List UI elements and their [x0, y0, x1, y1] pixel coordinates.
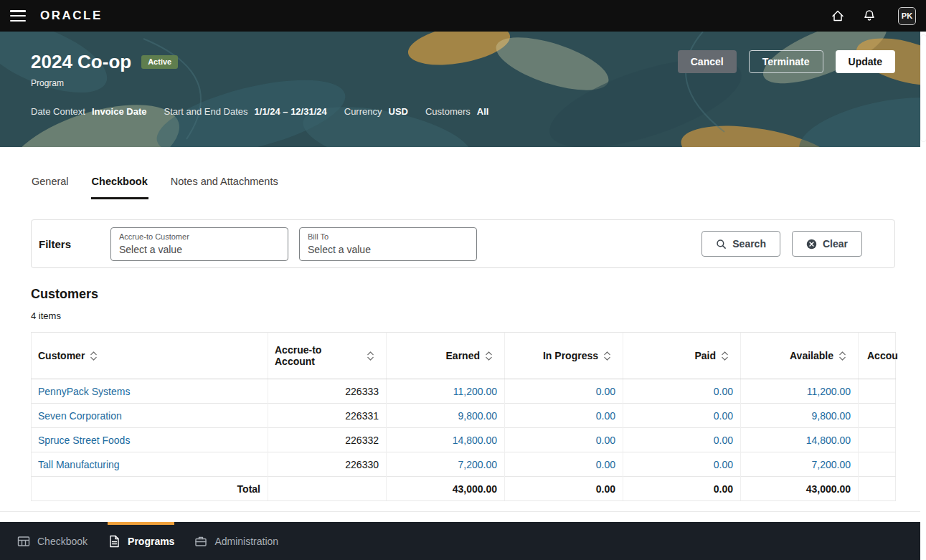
total-paid: 0.00 — [623, 477, 741, 501]
main-content: General Checkbook Notes and Attachments … — [0, 147, 926, 501]
customer-link[interactable]: PennyPack Systems — [38, 386, 130, 397]
bill-to-field[interactable]: Bill To Select a value — [299, 227, 477, 261]
scrollbar-thumb[interactable] — [921, 35, 926, 141]
customers-heading: Customers — [31, 287, 895, 302]
bottom-nav-programs[interactable]: Programs — [98, 522, 184, 560]
bottom-nav-bar: Checkbook Programs Administration — [0, 522, 920, 560]
customers-table-body: PennyPack Systems 226333 11,200.00 0.00 … — [32, 379, 896, 501]
tab-bar: General Checkbook Notes and Attachments — [31, 147, 895, 200]
terminate-button[interactable]: Terminate — [749, 50, 823, 73]
column-header-truncated[interactable]: Accou — [859, 333, 896, 379]
account-cell: 226330 — [268, 452, 387, 477]
filters-panel: Filters Accrue-to Customer Select a valu… — [31, 219, 895, 268]
column-header-customer[interactable]: Customer — [32, 333, 268, 379]
object-type-label: Program — [31, 78, 895, 88]
table-row: Spruce Street Foods 226332 14,800.00 0.0… — [32, 428, 896, 452]
table-header-row: Customer Accrue-to Account Earned In Pro… — [32, 333, 896, 379]
customer-link[interactable]: Seven Corporation — [38, 410, 122, 422]
checkbook-icon — [17, 535, 30, 548]
total-in-progress: 0.00 — [505, 477, 623, 501]
sort-icon — [485, 351, 493, 361]
bill-to-value: Select a value — [308, 242, 468, 257]
paid-link[interactable]: 0.00 — [714, 459, 733, 470]
table-row: Tall Manufacturing 226330 7,200.00 0.00 … — [32, 452, 896, 477]
bill-to-label: Bill To — [308, 232, 468, 242]
meta-currency: Currency USD — [344, 106, 408, 117]
accrue-to-customer-field[interactable]: Accrue-to Customer Select a value — [110, 227, 288, 261]
available-link[interactable]: 9,800.00 — [812, 410, 851, 422]
earned-link[interactable]: 14,800.00 — [453, 435, 497, 446]
meta-customers: Customers All — [425, 106, 488, 117]
clear-button[interactable]: Clear — [792, 231, 862, 257]
available-link[interactable]: 11,200.00 — [807, 386, 851, 397]
total-row: Total 43,000.00 0.00 0.00 43,000.00 — [32, 477, 896, 501]
scrollbar-track[interactable] — [920, 32, 926, 560]
total-available: 43,000.00 — [741, 477, 859, 501]
account-cell: 226333 — [268, 379, 387, 404]
column-header-available[interactable]: Available — [741, 333, 859, 379]
header-meta-row: Date Context Invoice Date Start and End … — [31, 106, 895, 117]
sort-icon — [603, 351, 611, 361]
column-header-paid[interactable]: Paid — [623, 333, 741, 379]
tab-notes-attachments[interactable]: Notes and Attachments — [170, 176, 279, 199]
top-bar: ORACLE PK — [0, 0, 926, 32]
sort-icon — [838, 351, 846, 361]
item-count: 4 items — [31, 310, 895, 321]
account-cell: 226332 — [268, 428, 387, 452]
page-title: 2024 Co-op — [31, 50, 131, 73]
available-link[interactable]: 7,200.00 — [812, 459, 851, 470]
meta-date-context: Date Context Invoice Date — [31, 106, 146, 117]
notifications-bell-icon[interactable] — [861, 7, 878, 24]
earned-link[interactable]: 9,800.00 — [458, 410, 498, 422]
bottom-nav-checkbook[interactable]: Checkbook — [7, 522, 98, 560]
bottom-nav-administration[interactable]: Administration — [184, 522, 288, 560]
accrue-to-customer-value: Select a value — [119, 242, 280, 257]
customer-link[interactable]: Tall Manufacturing — [38, 459, 120, 470]
table-row: PennyPack Systems 226333 11,200.00 0.00 … — [32, 379, 896, 404]
content-divider — [0, 511, 920, 512]
in-progress-link[interactable]: 0.00 — [596, 459, 615, 470]
status-badge: Active — [141, 55, 178, 69]
home-icon[interactable] — [829, 7, 846, 24]
tab-checkbook[interactable]: Checkbook — [91, 176, 148, 199]
in-progress-link[interactable]: 0.00 — [596, 410, 615, 422]
sort-icon — [721, 351, 729, 361]
customers-table: Customer Accrue-to Account Earned In Pro… — [31, 332, 896, 501]
sort-icon — [367, 351, 374, 361]
page-header: 2024 Co-op Active Program Date Context I… — [0, 32, 926, 147]
in-progress-link[interactable]: 0.00 — [596, 386, 615, 397]
programs-icon — [108, 535, 121, 548]
oracle-logo[interactable]: ORACLE — [40, 9, 103, 23]
cancel-button[interactable]: Cancel — [678, 50, 737, 73]
sort-icon — [90, 351, 98, 361]
meta-start-end-dates: Start and End Dates 1/1/24 – 12/31/24 — [164, 106, 326, 117]
search-button[interactable]: Search — [701, 231, 780, 257]
paid-link[interactable]: 0.00 — [714, 386, 733, 397]
in-progress-link[interactable]: 0.00 — [596, 435, 615, 446]
user-avatar[interactable]: PK — [898, 7, 916, 25]
clear-icon — [806, 239, 817, 250]
account-cell: 226331 — [268, 404, 387, 428]
column-header-accrue-to-account[interactable]: Accrue-to Account — [268, 333, 387, 379]
available-link[interactable]: 14,800.00 — [806, 435, 851, 446]
earned-link[interactable]: 11,200.00 — [453, 386, 497, 397]
accrue-to-customer-label: Accrue-to Customer — [119, 232, 280, 242]
filters-title: Filters — [39, 238, 110, 250]
paid-link[interactable]: 0.00 — [714, 435, 733, 446]
customer-link[interactable]: Spruce Street Foods — [38, 435, 130, 446]
administration-icon — [194, 535, 207, 548]
table-row: Seven Corporation 226331 9,800.00 0.00 0… — [32, 404, 896, 428]
total-label: Total — [32, 477, 268, 501]
total-earned: 43,000.00 — [387, 477, 505, 501]
paid-link[interactable]: 0.00 — [714, 410, 733, 422]
column-header-in-progress[interactable]: In Progress — [505, 333, 623, 379]
column-header-earned[interactable]: Earned — [387, 333, 505, 379]
earned-link[interactable]: 7,200.00 — [458, 459, 498, 470]
menu-icon[interactable] — [10, 10, 26, 22]
search-icon — [716, 239, 727, 250]
update-button[interactable]: Update — [836, 50, 895, 73]
tab-general[interactable]: General — [31, 176, 70, 199]
